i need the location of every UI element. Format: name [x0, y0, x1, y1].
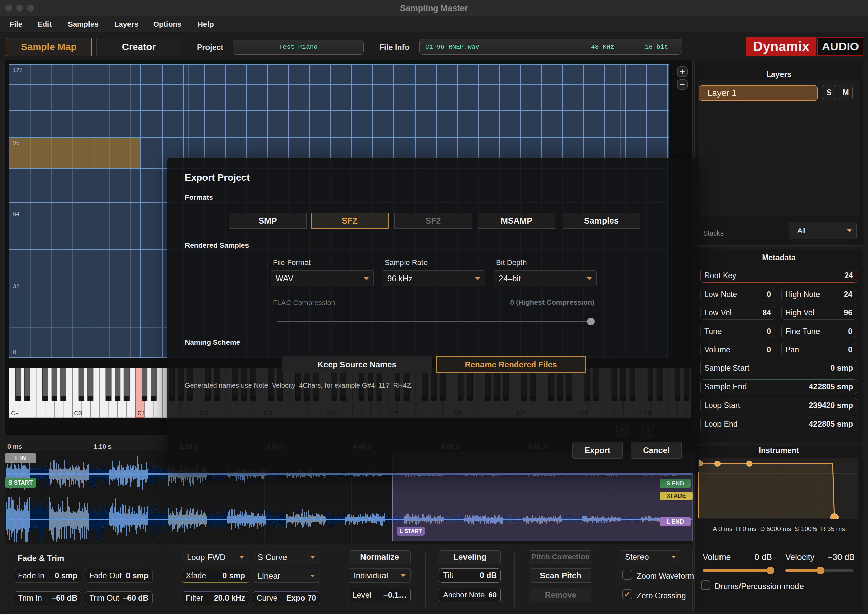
- svg-text:C-: C-: [11, 410, 19, 417]
- svg-text:C0: C0: [74, 410, 82, 417]
- svg-text:C1: C1: [137, 410, 146, 417]
